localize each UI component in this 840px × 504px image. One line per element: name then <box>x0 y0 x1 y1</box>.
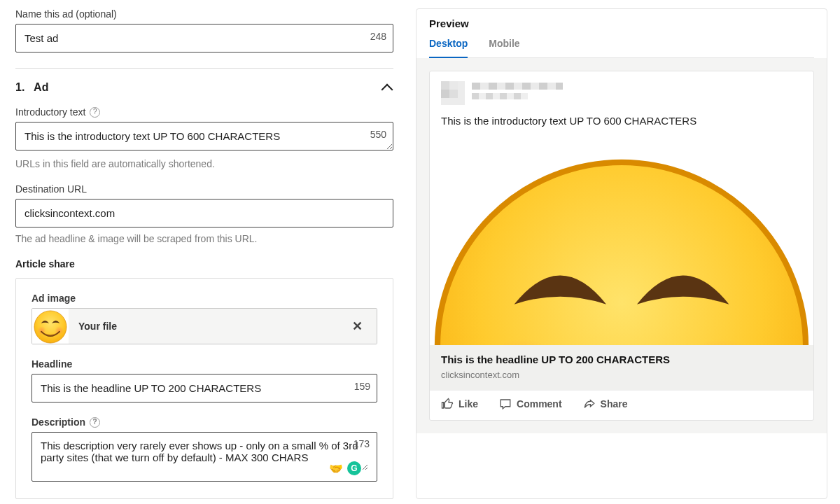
intro-label: Introductory text ? <box>15 106 393 118</box>
intro-hint: URLs in this field are automatically sho… <box>15 158 393 169</box>
article-card: Ad image Your file ✕ Headline 159 Descri… <box>15 278 393 499</box>
headline-input[interactable] <box>31 374 377 402</box>
name-input[interactable] <box>15 24 393 52</box>
headline-char-count: 159 <box>354 381 370 392</box>
preview-name-placeholder <box>472 81 563 99</box>
preview-post: This is the introductory text UP TO 600 … <box>429 71 814 421</box>
preview-intro-text: This is the introductory text UP TO 600 … <box>430 112 813 135</box>
like-button[interactable]: Like <box>441 398 478 410</box>
help-icon[interactable]: ? <box>90 107 100 118</box>
file-thumbnail <box>32 309 69 344</box>
preview-image <box>430 135 813 345</box>
preview-panel: Preview Desktop Mobile This is the intro… <box>416 8 827 499</box>
help-icon[interactable]: ? <box>90 417 100 428</box>
file-name: Your file <box>78 321 117 332</box>
headline-label: Headline <box>31 358 377 370</box>
intro-textarea[interactable] <box>15 122 393 150</box>
name-label: Name this ad (optional) <box>15 8 393 20</box>
tab-mobile[interactable]: Mobile <box>489 38 519 57</box>
section-title: Ad <box>34 81 48 93</box>
description-textarea[interactable] <box>41 440 368 470</box>
intro-char-count: 550 <box>370 129 386 140</box>
share-button[interactable]: Share <box>583 398 628 410</box>
dest-input[interactable] <box>15 199 393 227</box>
preview-domain: clicksincontext.com <box>441 370 802 380</box>
share-icon <box>583 398 596 410</box>
preview-headline: This is the headline UP TO 200 CHARACTER… <box>441 354 802 365</box>
handshake-icon: 🤝 <box>329 462 343 475</box>
divider <box>15 68 393 69</box>
comment-icon <box>499 398 512 410</box>
article-share-label: Article share <box>15 258 393 270</box>
section-ad-toggle[interactable]: 1. Ad <box>15 81 393 94</box>
name-char-count: 248 <box>370 31 386 42</box>
file-row: Your file ✕ <box>31 308 377 344</box>
tab-desktop[interactable]: Desktop <box>429 38 468 57</box>
section-number: 1. <box>15 81 24 93</box>
description-label: Description ? <box>31 416 377 428</box>
chevron-up-icon <box>381 81 393 94</box>
preview-avatar-placeholder <box>441 81 465 105</box>
dest-hint: The ad headline & image will be scraped … <box>15 233 393 244</box>
comment-button[interactable]: Comment <box>499 398 562 410</box>
ad-image-label: Ad image <box>31 293 377 304</box>
thumbs-up-icon <box>441 398 454 410</box>
dest-label: Destination URL <box>15 183 393 195</box>
form-column: Name this ad (optional) 248 1. Ad Introd… <box>15 8 393 499</box>
description-char-count: 173 <box>354 438 370 449</box>
grammarly-icon[interactable]: G <box>347 461 361 475</box>
file-remove-button[interactable]: ✕ <box>348 318 367 334</box>
preview-title: Preview <box>429 18 814 29</box>
